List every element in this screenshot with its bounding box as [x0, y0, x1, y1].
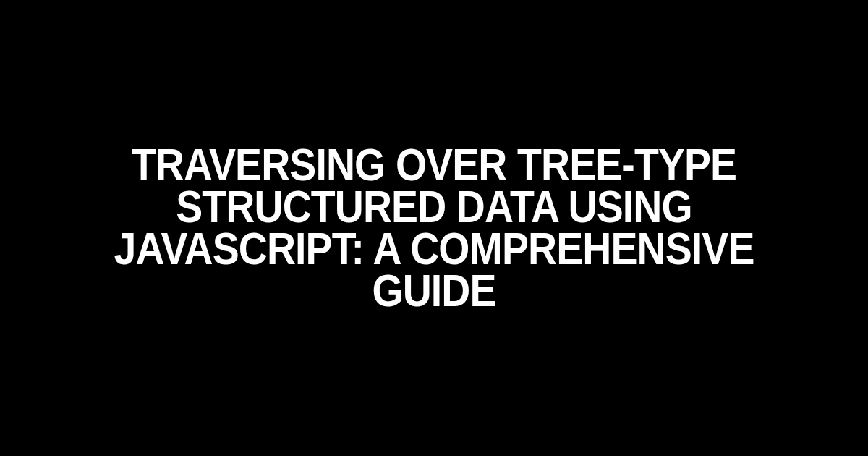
- page-title: Traversing Over Tree-Type Structured Dat…: [77, 144, 791, 312]
- title-container: Traversing Over Tree-Type Structured Dat…: [0, 144, 868, 312]
